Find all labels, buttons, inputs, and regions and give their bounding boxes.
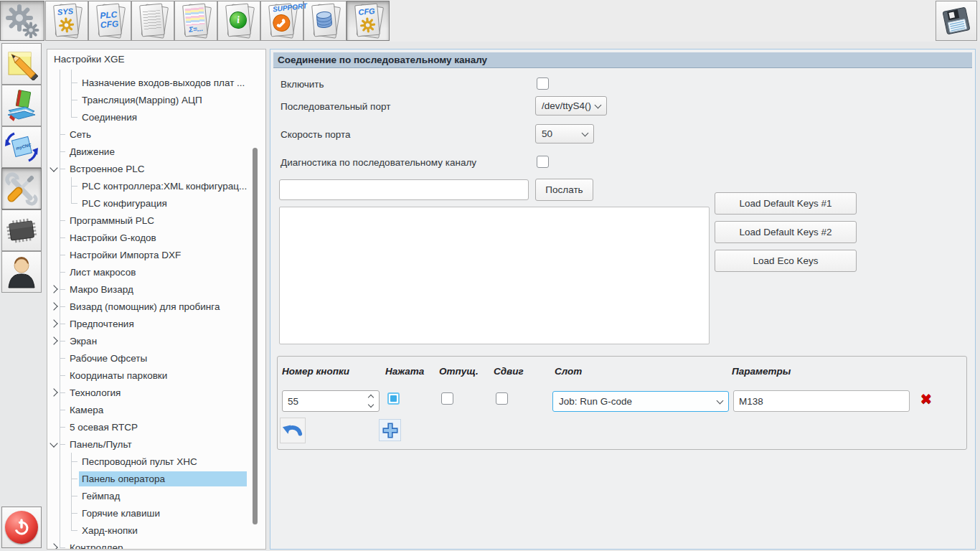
tree-scrollbar[interactable] [253,148,258,524]
chevron-down-icon [717,397,724,404]
tree-item[interactable]: Экран [47,332,265,349]
hardware-chip-button[interactable] [1,209,42,251]
tree-item[interactable]: Соединения [47,108,265,126]
params-input[interactable] [733,390,910,412]
text-editor-button[interactable] [131,1,174,41]
button-config-group: Номер кнопки Нажата Отпущ. Сдвиг Слот Па… [277,356,967,450]
tree-item[interactable]: Рабочие Офсеты [47,349,265,367]
user-profile-button[interactable] [1,251,42,293]
tree-item[interactable]: Трансляция(Mapping) АЦП [47,91,265,108]
send-button[interactable]: Послать [535,179,593,201]
serial-log-output[interactable] [279,207,710,344]
tree-list: Назначение входов-выходов плат ... Транс… [47,70,265,550]
info-button[interactable]: i [217,1,260,41]
pressed-checkbox[interactable] [387,392,400,405]
chevron-down-icon[interactable] [50,164,57,171]
button-number-input[interactable] [283,396,369,407]
tree-item[interactable]: Песпроводной пульт ХНС [47,453,265,470]
tree-item[interactable]: Панель/Пульт [47,435,265,453]
tree-item[interactable]: Контроллер [47,539,265,550]
chevron-right-icon[interactable] [50,388,57,396]
tree-root-title[interactable]: Настройки XGE [47,50,265,70]
chevron-right-icon[interactable] [50,302,57,310]
tree-item-selected[interactable]: Панель оператора [47,470,265,487]
sum-document-icon: Σ=... [182,4,210,38]
chevron-right-icon[interactable] [50,336,57,344]
tree-item[interactable]: Хард-кнопки [47,522,265,539]
save-button[interactable] [936,1,977,41]
tree-item[interactable]: Камера [47,401,265,418]
tree-item[interactable]: Программный PLC [47,212,265,229]
load-default-keys-2-button[interactable]: Load Default Keys #2 [715,221,857,243]
spin-up-icon[interactable] [368,395,374,400]
user-avatar-icon [4,255,39,289]
cfg-button[interactable]: CFG [347,1,390,41]
power-icon [5,511,38,544]
tree-item[interactable]: Горячие клавиши [47,504,265,522]
col-header-params: Параметры [732,366,791,377]
command-input[interactable] [279,179,529,200]
col-header-released: Отпущ. [439,366,479,377]
tree-item[interactable]: PLC контроллера:XML конфигурац... [47,177,265,194]
sys-settings-button[interactable]: SYS [45,1,88,41]
tree-item[interactable]: Макро Визард [47,281,265,298]
tree-item[interactable]: Геймпад [47,487,265,504]
tree-item[interactable]: Сеть [47,126,265,143]
spin-down-icon[interactable] [368,402,374,408]
power-off-button[interactable] [1,507,42,548]
tree-item[interactable]: 5 осевая RTCP [47,418,265,435]
diagnostics-checkbox[interactable] [537,156,549,168]
tree-item[interactable]: Предпочтения [47,315,265,332]
tree-item[interactable]: Движение [47,143,265,160]
undo-arrow-icon [282,420,303,441]
support-button[interactable]: SUPPORT [260,1,303,41]
slot-select[interactable]: Job: Run G-code [552,391,729,412]
variables-button[interactable]: Σ=... [174,1,217,41]
sys-document-icon: SYS [52,4,81,38]
released-checkbox[interactable] [441,392,453,405]
delete-row-button[interactable]: ✖ [917,390,936,408]
load-eco-keys-button[interactable]: Load Eco Keys [715,250,857,272]
col-header-shift: Сдвиг [494,366,524,377]
chevron-down-icon [595,101,602,108]
tools-settings-button[interactable] [1,168,42,209]
support-document-icon: SUPPORT [268,4,296,38]
plc-cfg-document-icon: PLC CFG [95,4,124,38]
col-header-number: Номер кнопки [282,366,349,377]
sync-update-button[interactable]: myCNC [1,126,42,168]
info-badge-icon: i [229,11,248,29]
tree-item[interactable]: Лист макросов [47,263,265,281]
diagnostics-label: Диагностика по последовательному каналу [281,157,476,168]
docs-books-button[interactable] [1,85,42,126]
tree-item[interactable]: Визард (помощник) для пробинга [47,298,265,315]
chevron-right-icon[interactable] [50,543,57,550]
tree-item[interactable]: PLC конфигурация [47,194,265,212]
col-header-slot: Слот [555,366,582,377]
tree-item[interactable]: Настройки G-кодов [47,229,265,246]
tree-item[interactable]: Технология [47,384,265,401]
enable-checkbox[interactable] [537,77,549,90]
settings-button[interactable] [0,1,44,41]
note-pencil-icon [5,47,38,80]
baud-rate-select[interactable]: 50 [535,124,594,143]
tree-item[interactable]: Встроенное PLC [47,160,265,177]
chevron-right-icon[interactable] [50,319,57,327]
button-number-stepper[interactable] [282,390,380,412]
add-row-button[interactable] [379,419,401,441]
tree-item[interactable]: Координаты парковки [47,367,265,384]
phone-icon [271,13,291,33]
tree-item[interactable]: Назначение входов-выходов плат ... [47,74,265,91]
text-document-icon [138,4,167,38]
edit-notes-button[interactable] [1,43,42,85]
undo-button[interactable] [280,418,306,443]
serial-port-select[interactable]: /dev/ttyS4() [535,96,607,116]
chevron-right-icon[interactable] [50,285,57,293]
plc-cfg-button[interactable]: PLC CFG [88,1,131,41]
gear-icon [358,14,377,33]
baud-rate-label: Скорость порта [281,129,351,140]
tree-item[interactable]: Настройки Импорта DXF [47,246,265,263]
shift-checkbox[interactable] [496,392,508,405]
load-default-keys-1-button[interactable]: Load Default Keys #1 [715,192,857,215]
chevron-down-icon[interactable] [50,439,57,447]
info-document-icon: i [225,4,253,38]
